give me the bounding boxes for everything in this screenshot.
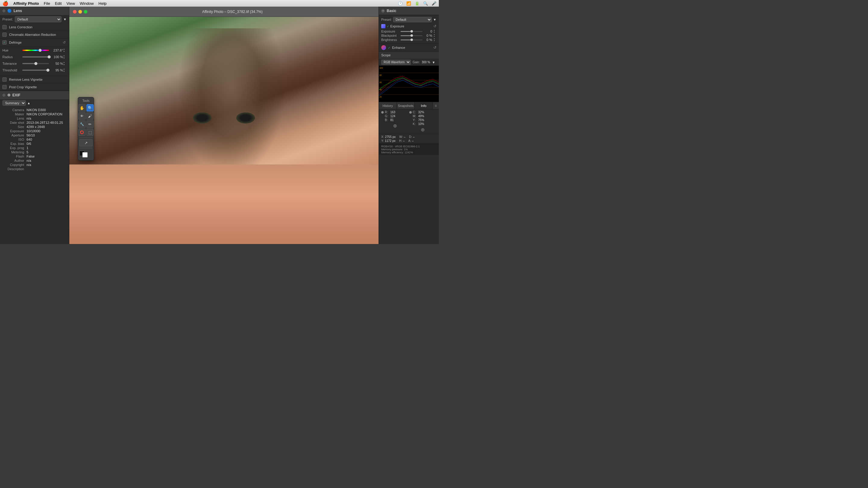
- exif-key-camera: Camera: [2, 108, 24, 112]
- info-row-r: R: 163: [381, 110, 409, 114]
- siri-icon[interactable]: 🎤: [432, 1, 436, 6]
- threshold-stepper[interactable]: ▲ ▼: [63, 68, 67, 73]
- wifi-icon: 📶: [406, 1, 411, 6]
- edit-menu[interactable]: Edit: [55, 1, 61, 6]
- remove-lens-vignette-checkbox[interactable]: [2, 77, 7, 82]
- enhance-label: Enhance: [392, 46, 432, 50]
- canvas-area[interactable]: [69, 17, 378, 244]
- lens-preset-row: Preset: Default ▼: [0, 15, 69, 24]
- background-color[interactable]: [82, 152, 88, 158]
- exif-row-author: Author n/a: [2, 158, 67, 163]
- coord-a-val: –: [412, 139, 414, 142]
- tab-info[interactable]: Info: [415, 102, 433, 109]
- clone-tool[interactable]: 🔧: [79, 121, 86, 128]
- threshold-thumb[interactable]: [46, 69, 50, 72]
- hue-stepper[interactable]: ▲ ▼: [63, 48, 67, 53]
- paint-tool[interactable]: 🖌: [87, 112, 94, 120]
- file-menu[interactable]: File: [44, 1, 50, 6]
- help-menu[interactable]: Help: [98, 1, 107, 6]
- maximize-button[interactable]: [84, 10, 87, 13]
- radius-track[interactable]: [22, 56, 49, 58]
- exif-row-size: Size 4289 x 2848: [2, 125, 67, 129]
- tools-divider: [79, 137, 93, 138]
- basic-preset-select[interactable]: Default: [393, 17, 432, 22]
- brightness-slider-track[interactable]: [401, 39, 423, 40]
- exif-val-exposure: 10/10000: [27, 129, 40, 133]
- lens-correction-checkbox[interactable]: [2, 25, 7, 29]
- exif-val-copyright: n/a: [27, 163, 31, 167]
- window-title: Affinity Photo – DSC_3782.tif (34.7%): [90, 10, 375, 14]
- radius-thumb[interactable]: [48, 56, 51, 59]
- exposure-reset[interactable]: ↺: [433, 24, 436, 28]
- enhance-section: ✓ Enhance ↺: [379, 44, 439, 52]
- coord-x: X: 2755 px: [381, 135, 396, 138]
- threshold-slider-row: Threshold 95 % ▲ ▼: [2, 68, 67, 73]
- eraser-tool[interactable]: ✏: [87, 121, 94, 128]
- tab-snapshots[interactable]: Snapshots: [397, 102, 415, 109]
- scope-type-select[interactable]: RGB Waveform: [381, 60, 411, 65]
- brightness-stepper[interactable]: ▲ ▼: [433, 38, 436, 42]
- close-button[interactable]: [73, 10, 76, 13]
- exif-summary-select[interactable]: Summary: [2, 100, 26, 106]
- exposure-stepper[interactable]: ▲ ▼: [433, 29, 436, 33]
- exposure-slider-track[interactable]: [401, 31, 423, 32]
- info-val-b: 81: [390, 119, 394, 122]
- status-bar: RGBA/16 · sRGB IEC61966-2.1 Memory press…: [379, 144, 439, 155]
- scope-controls: RGB Waveform Gain: 300 % ▼: [379, 59, 439, 66]
- brightness-slider-row: Brightness 0 % ▲ ▼: [381, 38, 436, 42]
- brightness-thumb[interactable]: [410, 38, 413, 41]
- post-crop-vignette-item: Post Crop Vignette: [0, 83, 69, 91]
- cat-eye-right: [236, 112, 255, 124]
- blackpoint-thumb[interactable]: [410, 34, 413, 37]
- search-icon[interactable]: 🔍: [423, 1, 428, 6]
- post-crop-vignette-checkbox[interactable]: [2, 85, 7, 89]
- defringe-reset[interactable]: ↺: [62, 40, 67, 45]
- eye-tool[interactable]: 👁: [79, 112, 86, 120]
- right-panel-close[interactable]: ×: [381, 9, 385, 13]
- apple-menu[interactable]: 🍎: [2, 1, 8, 6]
- exif-row-description: Description: [2, 167, 67, 171]
- window-menu[interactable]: Window: [80, 1, 94, 6]
- scope-section: Scope RGB Waveform Gain: 300 % ▼: [379, 52, 439, 102]
- exif-val-maker: NIKON CORPORATION: [27, 112, 62, 116]
- blackpoint-stepper[interactable]: ▲ ▼: [433, 33, 436, 38]
- crop-tool[interactable]: ⬚: [87, 129, 94, 136]
- exif-key-copyright: Copyright: [2, 163, 24, 167]
- hue-thumb[interactable]: [38, 49, 41, 52]
- hand-tool[interactable]: ✋: [79, 104, 86, 111]
- exif-key-author: Author: [2, 159, 24, 162]
- blackpoint-slider-track[interactable]: [401, 35, 423, 36]
- tolerance-thumb[interactable]: [34, 62, 37, 65]
- info-row-c: C: 32%: [409, 110, 437, 114]
- threshold-track[interactable]: [22, 70, 49, 71]
- selection-tool[interactable]: ⭕: [79, 129, 86, 136]
- remove-lens-vignette-label: Remove Lens Vignette: [9, 78, 67, 82]
- right-panel: × Basic Preset: Default ▼ ✓ Exposure ↺: [378, 7, 439, 244]
- hue-track[interactable]: [22, 50, 49, 51]
- enhance-check: ✓: [388, 46, 390, 50]
- radius-value: 100 %: [51, 55, 63, 59]
- defringe-checkbox[interactable]: ✓: [2, 40, 7, 44]
- coord-x-label: X:: [381, 135, 384, 138]
- sample-tool[interactable]: ↗: [79, 139, 93, 147]
- hsi-menu-button[interactable]: ≡: [433, 102, 439, 109]
- view-menu[interactable]: View: [67, 1, 75, 6]
- exposure-group-label: Exposure: [390, 24, 432, 28]
- zoom-tool[interactable]: 🔍: [87, 104, 94, 111]
- enhance-reset[interactable]: ↺: [433, 45, 436, 50]
- minimize-button[interactable]: [79, 10, 82, 13]
- tab-history[interactable]: History: [379, 102, 397, 109]
- app-menu[interactable]: Affinity Photo: [13, 1, 39, 6]
- tools-panel: Tools ✋ 🔍 👁 🖌 🔧 ✏ ⭕ ⬚ ↗: [78, 97, 94, 161]
- lens-preset-select[interactable]: Default: [15, 16, 61, 22]
- chromatic-aberration-checkbox[interactable]: [2, 33, 7, 37]
- center-area: Affinity Photo – DSC_3782.tif (34.7%) To…: [69, 7, 378, 244]
- tolerance-track[interactable]: [22, 63, 49, 64]
- lens-title-text: Lens: [13, 9, 22, 13]
- exposure-group-header: ✓ Exposure ↺: [381, 24, 436, 28]
- tolerance-stepper[interactable]: ▲ ▼: [63, 61, 67, 66]
- coords-row-wh: Y: 1172 px H: – A: –: [381, 139, 436, 142]
- radius-stepper[interactable]: ▲ ▼: [63, 55, 67, 59]
- exposure-thumb[interactable]: [410, 30, 413, 33]
- info-row-y: Y: 75%: [409, 119, 437, 122]
